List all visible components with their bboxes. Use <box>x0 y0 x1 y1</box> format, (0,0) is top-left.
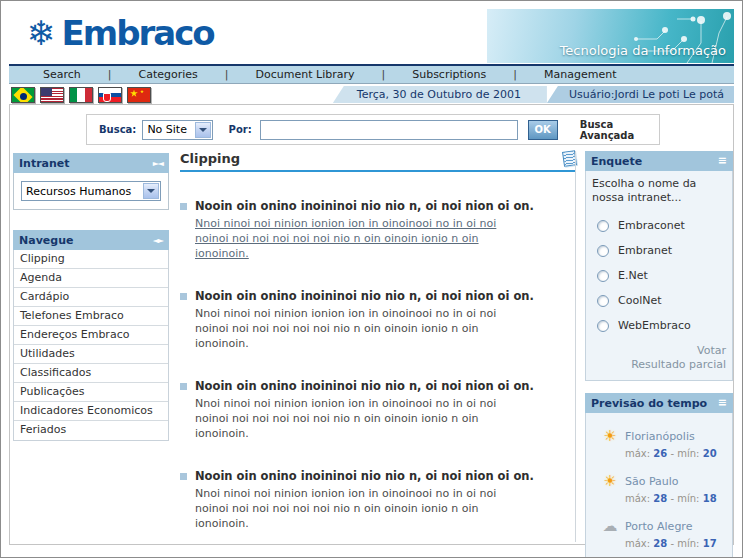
min-value: 20 <box>703 448 717 459</box>
news-headline: Nooin oin onino inoininoi nio nio n, oi … <box>195 469 534 483</box>
collapse-arrows-icon[interactable]: ►◄ <box>153 159 163 168</box>
bullet-icon <box>180 203 187 210</box>
sidebar-item-feriados[interactable]: Feriados <box>14 421 168 440</box>
date-badge: Terça, 30 de Outubro de 2001 <box>333 86 547 103</box>
nav-tab-search[interactable]: Search <box>43 68 81 81</box>
news-item: Nooin oin onino inoininoi nio nio n, oi … <box>180 379 576 441</box>
chevron-down-icon[interactable] <box>143 183 159 199</box>
weather-title: Previsão do tempo <box>591 397 707 410</box>
header-banner: ❄ Embraco <box>9 9 734 63</box>
ok-button[interactable]: OK <box>528 120 558 140</box>
sidebar-item-enderecos-embraco[interactable]: Endereços Embraco <box>14 326 168 345</box>
sidebar-item-indicadores-economicos[interactable]: Indicadores Economicos <box>14 402 168 421</box>
advanced-search-link[interactable]: Busca Avançada <box>580 119 659 141</box>
max-value: 26 <box>653 448 667 459</box>
radio-button-icon[interactable] <box>597 270 609 282</box>
search-panel: Busca: No Site Por: OK Busca Avançada <box>86 114 660 145</box>
city-name[interactable]: Florianópolis <box>625 430 695 443</box>
poll-option-label: WebEmbraco <box>618 319 691 332</box>
sun-icon: ☀ <box>600 427 620 445</box>
temp-separator: - <box>670 448 674 459</box>
nav-tab-document-library[interactable]: Document Library <box>256 68 355 81</box>
italy-flag-icon[interactable] <box>69 87 93 103</box>
panel-menu-icon[interactable]: ≡ <box>718 156 727 166</box>
navegue-panel-header: Navegue ◄► <box>13 230 169 250</box>
poll-option-webembraco[interactable]: WebEmbraco <box>592 313 726 338</box>
news-body: Nnoi ninoi noi ninion ionion ion in oino… <box>195 486 529 531</box>
news-headline: Nooin oin onino inoininoi nio nio n, oi … <box>195 379 534 393</box>
nav-separator: | <box>513 68 517 81</box>
min-value: 17 <box>703 538 717 549</box>
intranet-portal-page: ❄ Embraco <box>0 0 743 558</box>
poll-option-enet[interactable]: E.Net <box>592 263 726 288</box>
nav-separator: | <box>225 68 229 81</box>
city-name[interactable]: Porto Alegre <box>625 520 692 533</box>
radio-button-icon[interactable] <box>597 295 609 307</box>
sidebar-item-clipping[interactable]: Clipping <box>14 250 168 269</box>
page-title: Clipping <box>180 151 240 166</box>
embraco-logo[interactable]: ❄ Embraco <box>27 13 214 53</box>
brazil-flag-icon[interactable] <box>11 87 35 103</box>
min-label: mín: <box>677 448 699 459</box>
max-value: 28 <box>653 493 667 504</box>
min-label: mín: <box>677 493 699 504</box>
temp-separator: - <box>670 538 674 549</box>
chevron-down-icon[interactable] <box>195 122 211 138</box>
department-select[interactable]: Recursos Humanos <box>21 181 161 201</box>
right-sidebar: Enquete ≡ Escolha o nome da nossa intran… <box>575 151 733 542</box>
partial-results-link[interactable]: Resultado parcial <box>592 358 726 372</box>
snowflake-logo-icon: ❄ <box>27 16 56 50</box>
search-input[interactable] <box>260 120 518 140</box>
slovakia-flag-icon[interactable] <box>98 87 122 103</box>
intranet-panel-body: Recursos Humanos <box>13 173 169 210</box>
poll-option-embraconet[interactable]: Embraconet <box>592 213 726 238</box>
poll-option-embranet[interactable]: Embranet <box>592 238 726 263</box>
city-name[interactable]: São Paulo <box>625 475 679 488</box>
nav-separator: | <box>381 68 385 81</box>
radio-button-icon[interactable] <box>597 220 609 232</box>
intranet-panel-header: Intranet ►◄ <box>13 153 169 173</box>
poll-panel-body: Escolha o nome da nossa intranet... Embr… <box>585 171 733 381</box>
sidebar-item-telefones-embraco[interactable]: Telefones Embraco <box>14 307 168 326</box>
usa-flag-icon[interactable] <box>40 87 64 103</box>
user-badge: Usuário:Jordi Le poti Le potá <box>547 86 734 103</box>
nav-tab-categories[interactable]: Categories <box>139 68 198 81</box>
city-temps: máx: 26 - mín: 20 <box>625 448 728 459</box>
news-body-link[interactable]: Nnoi ninoi noi ninion ionion ion in oino… <box>195 216 529 261</box>
nav-tab-management[interactable]: Management <box>544 68 616 81</box>
radio-button-icon[interactable] <box>597 245 609 257</box>
intranet-title: Intranet <box>19 157 70 170</box>
top-navbar: Search | Categories | Document Library |… <box>9 64 734 84</box>
sidebar-item-publicacoes[interactable]: Publicações <box>14 383 168 402</box>
weather-panel: Previsão do tempo ≡ ☀ Florianópolis máx:… <box>585 393 733 558</box>
collapse-arrows-icon[interactable]: ◄► <box>153 236 163 245</box>
poll-option-coolnet[interactable]: CoolNet <box>592 288 726 313</box>
navegue-title: Navegue <box>19 234 73 247</box>
panel-menu-icon[interactable]: ≡ <box>718 398 727 408</box>
nav-tab-subscriptions[interactable]: Subscriptions <box>412 68 486 81</box>
sidebar-item-cardapio[interactable]: Cardápio <box>14 288 168 307</box>
sidebar-item-utilidades[interactable]: Utilidades <box>14 345 168 364</box>
sun-icon: ☀ <box>600 472 620 490</box>
max-label: máx: <box>625 448 650 459</box>
news-item: Nooin oin onino inoininoi nio nio n, oi … <box>180 469 576 531</box>
intranet-panel: Intranet ►◄ Recursos Humanos <box>13 153 169 210</box>
china-flag-icon[interactable] <box>127 87 151 103</box>
por-label: Por: <box>229 124 252 135</box>
search-scope-select[interactable]: No Site <box>142 120 212 140</box>
poll-links: Votar Resultado parcial <box>592 344 726 372</box>
radio-button-icon[interactable] <box>597 320 609 332</box>
city-temps: máx: 28 - mín: 17 <box>625 538 728 549</box>
cloud-icon: ☁ <box>600 517 620 535</box>
department-select-value: Recursos Humanos <box>26 185 131 198</box>
news-body: Nnoi ninoi noi ninion ionion ion in oino… <box>195 306 529 351</box>
sidebar-item-agenda[interactable]: Agenda <box>14 269 168 288</box>
weather-city-row: ☁ Porto Alegre máx: 28 - mín: 17 <box>600 517 728 549</box>
news-headline: Nooin oin onino inoininoi nio nio n, oi … <box>195 199 534 213</box>
max-label: máx: <box>625 538 650 549</box>
votar-link[interactable]: Votar <box>592 344 726 358</box>
sidebar-item-classificados[interactable]: Classificados <box>14 364 168 383</box>
min-label: mín: <box>677 538 699 549</box>
news-list: Nooin oin onino inoininoi nio nio n, oi … <box>180 199 576 531</box>
language-flags <box>11 87 151 103</box>
